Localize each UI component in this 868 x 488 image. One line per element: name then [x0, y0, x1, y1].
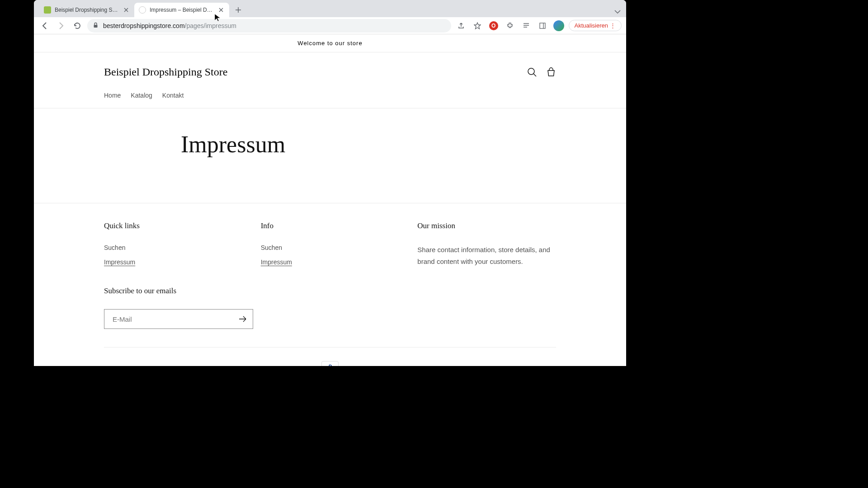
reload-button[interactable] — [71, 19, 84, 32]
svg-rect-0 — [94, 25, 98, 28]
extensions-icon[interactable] — [504, 19, 516, 32]
reading-list-icon[interactable] — [520, 19, 533, 32]
globe-favicon — [139, 6, 146, 14]
footer: Quick links Suchen Impressum Info Suchen… — [34, 203, 626, 366]
new-tab-button[interactable] — [232, 4, 245, 16]
payment-row: P — [104, 347, 556, 366]
sidepanel-icon[interactable] — [536, 19, 549, 32]
nav-link-katalog[interactable]: Katalog — [131, 92, 152, 99]
shopify-favicon — [44, 6, 51, 14]
tab-bar: Beispiel Dropshipping Store · F Impressu… — [34, 0, 626, 17]
footer-link-impressum[interactable]: Impressum — [261, 258, 400, 266]
svg-rect-1 — [540, 23, 545, 28]
lock-icon — [93, 22, 99, 29]
url-text: besterdropshippingstore.com/pages/impres… — [103, 22, 446, 29]
footer-link-impressum[interactable]: Impressum — [104, 258, 243, 266]
tab-active[interactable]: Impressum – Beispiel Dropship — [134, 3, 229, 17]
tab-inactive[interactable]: Beispiel Dropshipping Store · F — [39, 3, 134, 17]
subscribe-heading: Subscribe to our emails — [104, 286, 556, 296]
cart-icon[interactable] — [546, 67, 556, 77]
footer-heading: Info — [261, 221, 400, 230]
nav-menu: Home Katalog Kontakt — [104, 92, 556, 108]
update-button[interactable]: Aktualisieren ⋮ — [569, 20, 622, 31]
tab-title: Beispiel Dropshipping Store · F — [55, 7, 119, 13]
toolbar-right: O Aktualisieren ⋮ — [455, 19, 622, 32]
footer-heading: Our mission — [417, 221, 556, 230]
mission-text: Share contact information, store details… — [417, 244, 556, 267]
update-label: Aktualisieren — [575, 22, 608, 29]
avatar[interactable] — [552, 19, 565, 32]
footer-link-suchen[interactable]: Suchen — [104, 244, 243, 251]
page-content: Welcome to our store Beispiel Dropshippi… — [34, 34, 626, 366]
forward-button[interactable] — [55, 19, 67, 32]
tab-overflow-button[interactable] — [614, 7, 621, 15]
search-icon[interactable] — [527, 67, 537, 77]
email-form — [104, 309, 253, 329]
svg-line-4 — [533, 74, 536, 76]
footer-link-suchen[interactable]: Suchen — [261, 244, 400, 251]
address-bar[interactable]: besterdropshippingstore.com/pages/impres… — [87, 19, 451, 33]
email-input[interactable] — [104, 315, 233, 323]
footer-col-mission: Our mission Share contact information, s… — [417, 221, 556, 273]
subscribe-section: Subscribe to our emails — [104, 286, 556, 329]
footer-heading: Quick links — [104, 221, 243, 230]
browser-window: Beispiel Dropshipping Store · F Impressu… — [34, 0, 626, 366]
bookmark-icon[interactable] — [471, 19, 484, 32]
svg-point-3 — [528, 68, 534, 75]
store-name[interactable]: Beispiel Dropshipping Store — [104, 66, 227, 78]
extension-red-icon[interactable]: O — [487, 19, 500, 32]
share-icon[interactable] — [455, 19, 467, 32]
email-submit-button[interactable] — [233, 309, 253, 329]
toolbar: besterdropshippingstore.com/pages/impres… — [34, 17, 626, 34]
footer-col-quicklinks: Quick links Suchen Impressum — [104, 221, 243, 273]
page-main: Impressum — [34, 108, 626, 203]
page-title: Impressum — [181, 131, 556, 158]
announcement-bar: Welcome to our store — [34, 34, 626, 52]
back-button[interactable] — [38, 19, 51, 32]
nav-link-kontakt[interactable]: Kontakt — [162, 92, 184, 99]
store-header: Beispiel Dropshipping Store Home Katalog… — [34, 52, 626, 108]
nav-link-home[interactable]: Home — [104, 92, 121, 99]
paypal-icon: P — [321, 361, 339, 366]
footer-col-info: Info Suchen Impressum — [261, 221, 400, 273]
tab-title: Impressum – Beispiel Dropship — [150, 7, 214, 13]
close-icon[interactable] — [123, 6, 130, 14]
more-icon: ⋮ — [610, 22, 616, 29]
close-icon[interactable] — [217, 6, 225, 14]
